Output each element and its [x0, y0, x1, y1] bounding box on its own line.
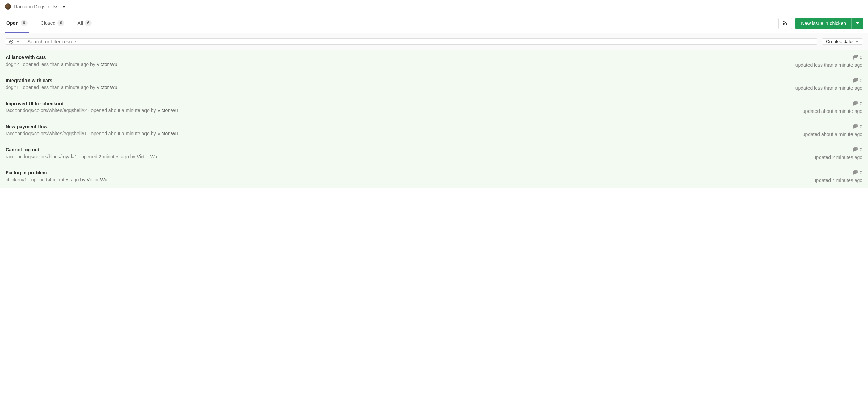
- issue-author[interactable]: Victor Wu: [157, 131, 178, 136]
- issue-opened: opened less than a minute ago by: [23, 85, 95, 90]
- tab-open[interactable]: Open 6: [5, 13, 29, 33]
- issue-comments-count: 0: [860, 124, 862, 129]
- issue-ref[interactable]: chicken#1: [6, 177, 27, 182]
- tab-all-count: 6: [85, 20, 92, 26]
- issue-comments-count: 0: [860, 170, 862, 175]
- issue-meta: dog#1 · opened less than a minute ago by…: [6, 85, 117, 90]
- history-icon: [9, 39, 14, 44]
- issue-updated: updated 2 minutes ago: [814, 154, 862, 160]
- breadcrumb: Raccoon Dogs › Issues: [0, 0, 868, 13]
- search-history-button[interactable]: [5, 38, 23, 45]
- issue-row[interactable]: Fix log in problemchicken#1 · opened 4 m…: [0, 165, 868, 188]
- issue-author[interactable]: Victor Wu: [97, 62, 117, 67]
- issue-comments[interactable]: 0: [803, 101, 862, 106]
- issue-meta: chicken#1 · opened 4 minutes ago by Vict…: [6, 177, 107, 182]
- comments-icon: [852, 170, 858, 175]
- issue-opened: opened 2 minutes ago by: [81, 154, 135, 159]
- issue-author[interactable]: Victor Wu: [137, 154, 157, 159]
- issue-updated: updated about a minute ago: [803, 131, 862, 137]
- issue-ref[interactable]: raccoondogs/colors/blues/royal#1: [6, 154, 77, 159]
- search-wrap: [5, 38, 817, 45]
- issue-meta: raccoondogs/colors/whites/eggshell#2 · o…: [6, 108, 178, 113]
- issue-comments[interactable]: 0: [803, 124, 862, 129]
- issue-comments[interactable]: 0: [795, 78, 862, 83]
- new-issue-split-button: New issue in chicken: [795, 18, 863, 29]
- issue-meta: raccoondogs/colors/blues/royal#1 · opene…: [6, 154, 158, 159]
- sort-dropdown[interactable]: Created date: [822, 38, 863, 45]
- comments-icon: [852, 147, 858, 152]
- issue-row[interactable]: Alliance with catsdog#2 · opened less th…: [0, 50, 868, 73]
- tab-open-count: 6: [21, 20, 28, 26]
- issue-title[interactable]: Improved UI for checkout: [6, 101, 178, 106]
- group-avatar: [5, 3, 11, 10]
- tab-all[interactable]: All 6: [76, 13, 93, 33]
- search-input[interactable]: [23, 38, 817, 45]
- breadcrumb-current: Issues: [53, 4, 66, 9]
- rss-button[interactable]: [778, 18, 792, 29]
- breadcrumb-group[interactable]: Raccoon Dogs: [14, 4, 45, 9]
- new-issue-dropdown[interactable]: [851, 18, 863, 29]
- issue-title[interactable]: New payment flow: [6, 124, 178, 129]
- issue-opened: opened less than a minute ago by: [23, 62, 95, 67]
- issue-meta: raccoondogs/colors/whites/eggshell#1 · o…: [6, 131, 178, 136]
- issue-author[interactable]: Victor Wu: [157, 108, 178, 113]
- issue-updated: updated about a minute ago: [803, 108, 862, 114]
- issue-updated: updated less than a minute ago: [795, 62, 862, 68]
- issue-ref[interactable]: dog#2: [6, 62, 19, 67]
- issue-comments[interactable]: 0: [814, 147, 862, 152]
- breadcrumb-separator: ›: [48, 4, 50, 9]
- chevron-down-icon: [16, 41, 19, 43]
- tab-bar: Open 6 Closed 0 All 6 New issue in chick…: [0, 13, 868, 33]
- comments-icon: [852, 124, 858, 129]
- comments-icon: [852, 101, 858, 106]
- issue-updated: updated less than a minute ago: [795, 85, 862, 91]
- issue-meta: dog#2 · opened less than a minute ago by…: [6, 62, 117, 67]
- tab-open-label: Open: [6, 20, 19, 26]
- rss-icon: [782, 21, 788, 26]
- tab-closed[interactable]: Closed 0: [39, 13, 66, 33]
- issue-comments-count: 0: [860, 55, 862, 60]
- filter-bar: Created date: [0, 33, 868, 50]
- issue-ref[interactable]: raccoondogs/colors/whites/eggshell#1: [6, 131, 87, 136]
- caret-down-icon: [856, 22, 859, 24]
- issue-opened: opened about a minute ago by: [91, 131, 156, 136]
- issue-author[interactable]: Victor Wu: [87, 177, 107, 182]
- tab-closed-label: Closed: [41, 20, 56, 26]
- issue-row[interactable]: Cannot log outraccoondogs/colors/blues/r…: [0, 142, 868, 165]
- issue-comments-count: 0: [860, 101, 862, 106]
- issue-row[interactable]: Improved UI for checkoutraccoondogs/colo…: [0, 96, 868, 119]
- tab-closed-count: 0: [57, 20, 64, 26]
- issue-opened: opened 4 minutes ago by: [31, 177, 85, 182]
- issue-comments-count: 0: [860, 147, 862, 152]
- issue-title[interactable]: Fix log in problem: [6, 170, 107, 175]
- issue-comments-count: 0: [860, 78, 862, 83]
- issue-title[interactable]: Alliance with cats: [6, 55, 117, 60]
- issue-row[interactable]: New payment flowraccoondogs/colors/white…: [0, 119, 868, 142]
- new-issue-button[interactable]: New issue in chicken: [795, 18, 851, 29]
- issues-list: Alliance with catsdog#2 · opened less th…: [0, 50, 868, 188]
- comments-icon: [852, 78, 858, 83]
- issue-comments[interactable]: 0: [814, 170, 862, 175]
- issue-comments[interactable]: 0: [795, 55, 862, 60]
- issue-title[interactable]: Integration with cats: [6, 78, 117, 83]
- issue-ref[interactable]: dog#1: [6, 85, 19, 90]
- issue-row[interactable]: Integration with catsdog#1 · opened less…: [0, 73, 868, 96]
- issue-title[interactable]: Cannot log out: [6, 147, 158, 152]
- chevron-down-icon: [855, 41, 859, 43]
- issue-ref[interactable]: raccoondogs/colors/whites/eggshell#2: [6, 108, 87, 113]
- comments-icon: [852, 55, 858, 60]
- issue-updated: updated 4 minutes ago: [814, 178, 862, 183]
- svg-point-0: [783, 24, 784, 25]
- tab-all-label: All: [77, 20, 83, 26]
- issue-author[interactable]: Victor Wu: [97, 85, 117, 90]
- sort-label: Created date: [826, 39, 853, 44]
- issue-opened: opened about a minute ago by: [91, 108, 156, 113]
